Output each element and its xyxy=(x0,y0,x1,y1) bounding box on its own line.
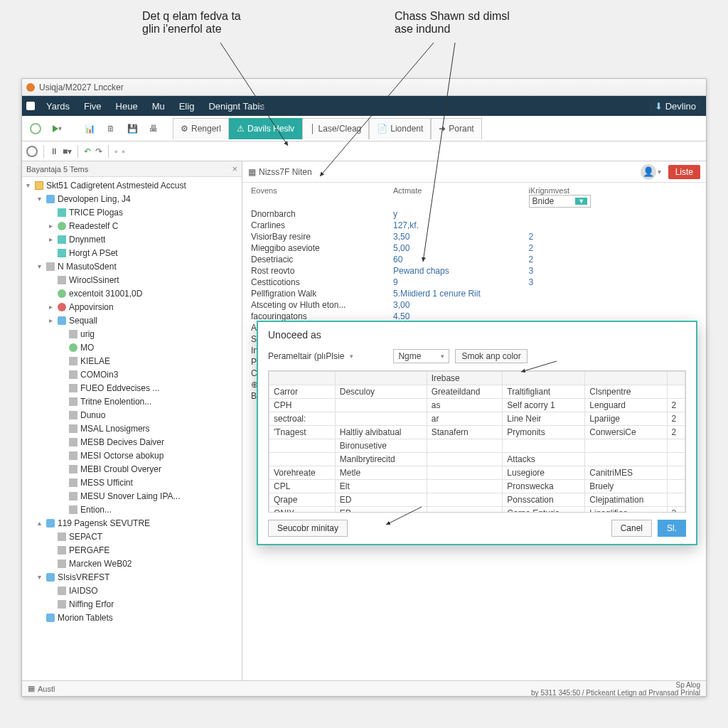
tree-node[interactable]: MSAL Lnosigmers xyxy=(22,422,242,435)
print-button[interactable]: 🖶 xyxy=(144,119,163,138)
cancel-button[interactable]: Canel xyxy=(611,520,652,537)
menu-item-2[interactable]: Heue xyxy=(109,101,145,112)
tree-node[interactable]: Marcken WeB02 xyxy=(22,557,242,570)
tree-node[interactable]: MESI Octorse abokup xyxy=(22,449,242,462)
dlg-col-header[interactable] xyxy=(503,372,585,385)
table-row[interactable]: Bironusetive xyxy=(269,439,685,453)
table-row[interactable]: ONIYEPCerne Enturic.Linoglifies2 xyxy=(269,507,685,513)
menu-item-5[interactable]: Denignt Tabis xyxy=(201,101,272,112)
menu-item-3[interactable]: Mu xyxy=(145,101,172,112)
tree-node[interactable]: ▴119 Pagensk SEVUTRE xyxy=(22,516,242,530)
smok-color-button[interactable]: Smok anp color xyxy=(455,349,527,363)
tree-node[interactable]: ▾N MasutoSdent xyxy=(22,259,242,273)
tree-node[interactable]: ▸Appovirsion xyxy=(22,300,242,314)
table-row[interactable]: Crarlines127,kf. xyxy=(248,220,700,231)
disclosure-icon[interactable]: ▴ xyxy=(35,519,43,527)
right-menu-button[interactable]: ⬇ Devlino xyxy=(649,99,702,114)
tree-node[interactable]: MESS Ufficint xyxy=(22,476,242,489)
dlg-col-header[interactable] xyxy=(335,372,427,385)
dlg-col-header[interactable] xyxy=(585,372,667,385)
tree-node[interactable]: Horgt A PSet xyxy=(22,246,242,259)
table-row[interactable]: Mieggibo aseviote5,002 xyxy=(248,242,700,254)
disclosure-icon[interactable]: ▾ xyxy=(35,262,43,270)
tab-3[interactable]: 📄Liondent xyxy=(369,118,431,139)
dlg-col-header[interactable]: Irebase xyxy=(427,372,503,385)
table-row[interactable]: Dnornbarchy xyxy=(248,208,700,220)
krigmvest-select[interactable]: Bnide▼ xyxy=(529,195,592,208)
tree-node[interactable]: COMOin3 xyxy=(22,368,242,381)
run-button[interactable] xyxy=(26,119,45,138)
table-row[interactable]: Pellfigration Walk5.Miidierd 1 cenure Ri… xyxy=(248,288,700,299)
tool-icon[interactable]: ▫ xyxy=(114,146,117,156)
dlg-col-header[interactable] xyxy=(269,372,336,385)
tree-node[interactable]: Tritne Enolention... xyxy=(22,395,242,408)
tool2-icon[interactable]: ▫ xyxy=(122,146,125,156)
disclosure-icon[interactable]: ▾ xyxy=(35,195,43,203)
tree-node[interactable]: MESU Snover Laing IPA... xyxy=(22,489,242,503)
tree-node[interactable]: TRICE Plogas xyxy=(22,205,242,219)
table-row[interactable]: Cestticotions93 xyxy=(248,277,700,288)
disclosure-icon[interactable]: ▾ xyxy=(23,181,32,189)
dialog-table[interactable]: IrebaseCarrorDesculoyGreateildandTraltif… xyxy=(269,371,685,513)
table-row[interactable]: VisiorBay resire3,502 xyxy=(248,231,700,242)
chart-button[interactable]: 📊 xyxy=(80,119,99,138)
table-row[interactable]: CarrorDesculoyGreateildandTraltifigliant… xyxy=(269,385,685,399)
tree-node[interactable]: ▾SIsisVREFST xyxy=(22,570,242,584)
pause-icon[interactable]: ⏸ xyxy=(50,146,58,156)
tree-node[interactable]: PERGAFE xyxy=(22,543,242,557)
disclosure-icon[interactable]: ▸ xyxy=(46,235,55,243)
tree-node[interactable]: Morion Tablets xyxy=(22,611,242,624)
undo-icon[interactable]: ↶ xyxy=(84,146,91,156)
tree-node[interactable]: IAIDSO xyxy=(22,584,242,597)
refresh-icon[interactable] xyxy=(26,146,38,157)
tree-node[interactable]: WiroclSsinert xyxy=(22,273,242,287)
disclosure-icon[interactable]: ▾ xyxy=(35,573,43,581)
tree-node[interactable]: excentoit 31001,0D xyxy=(22,287,242,300)
table-row[interactable]: ManlbrytirecitdAttacks xyxy=(269,453,685,466)
table-row[interactable]: QrapeEDPonsscationClejpatimation xyxy=(269,493,685,507)
tree-node[interactable]: Ention... xyxy=(22,503,242,516)
tree-node[interactable]: ▾Skt51 Cadigretent Astmesteid Accust xyxy=(22,178,242,192)
tree-node[interactable]: MEBI Croubl Overyer xyxy=(22,462,242,476)
menu-item-4[interactable]: Elig xyxy=(172,101,202,112)
table-row[interactable]: 'TnagestHaltliy alvibatualStanafernPrymo… xyxy=(269,426,685,439)
secondary-button[interactable]: Seucobr minitay xyxy=(268,520,348,537)
disclosure-icon[interactable]: ▸ xyxy=(46,303,55,311)
tree-node[interactable]: urig xyxy=(22,327,242,341)
table-row[interactable]: Atsceting ov Hluth eton...3,00 xyxy=(248,299,700,311)
ok-button[interactable]: Sl. xyxy=(658,520,686,537)
tree-node[interactable]: Dunuo xyxy=(22,408,242,422)
tree-node[interactable]: ▸Readestelf C xyxy=(22,219,242,232)
play-button[interactable]: ▾ xyxy=(48,119,66,138)
tab-1[interactable]: ⚠Davils Heslv xyxy=(229,118,302,139)
disclosure-icon[interactable]: ▸ xyxy=(46,222,55,230)
tree-node[interactable]: MO xyxy=(22,341,242,354)
menu-item-1[interactable]: Five xyxy=(77,101,109,112)
tree-node[interactable]: KIELAE xyxy=(22,354,242,368)
table-row[interactable]: Rost reovtoPewand chaps3 xyxy=(248,265,700,277)
avatar-caret-icon[interactable]: ▾ xyxy=(658,168,661,176)
tab-2[interactable]: │Lase/Cleag xyxy=(302,118,369,139)
disclosure-icon[interactable]: ▸ xyxy=(46,316,55,324)
list-button[interactable]: Liste xyxy=(668,165,700,179)
user-avatar-icon[interactable]: 👤 xyxy=(641,164,656,180)
tab-0[interactable]: ⚙Rengerl xyxy=(173,118,229,139)
redo-icon[interactable]: ↷ xyxy=(95,146,102,156)
table-row[interactable]: VorehreateMetleLusegioreCanitriMES xyxy=(269,466,685,480)
close-icon[interactable]: × xyxy=(232,164,237,174)
tree-node[interactable]: ▾Devolopen Ling, J4 xyxy=(22,192,242,205)
tree-node[interactable]: SEPACT xyxy=(22,530,242,543)
tab-4[interactable]: ➜Porant xyxy=(431,118,481,139)
table-row[interactable]: CPLEltPronsweckaBruely xyxy=(269,480,685,493)
dlg-col-header[interactable] xyxy=(667,372,685,385)
table-row[interactable]: sectroal:arLine NeirLpariige2 xyxy=(269,412,685,426)
save-button[interactable]: 💾 xyxy=(123,119,141,138)
table-row[interactable]: CPHasSelf acorry 1Lenguard2 xyxy=(269,399,685,412)
tree-node[interactable]: ▸Sequall xyxy=(22,314,242,327)
stop-icon[interactable]: ■▾ xyxy=(63,146,72,156)
tree-node[interactable]: ▸Dnynmett xyxy=(22,232,242,246)
tree-node[interactable]: FUEO Eddvecises ... xyxy=(22,381,242,395)
tree-view[interactable]: ▾Skt51 Cadigretent Astmesteid Accust▾Dev… xyxy=(22,177,242,680)
name-select[interactable]: Ngme ▾ xyxy=(393,349,449,363)
table-row[interactable]: Desetriacic602 xyxy=(248,254,700,265)
